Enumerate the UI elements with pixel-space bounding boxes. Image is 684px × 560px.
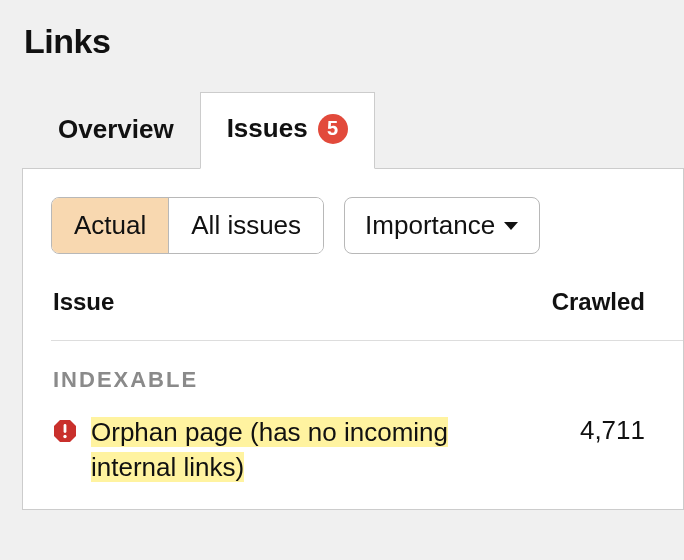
issues-count-badge: 5 (318, 114, 348, 144)
sort-label: Importance (365, 210, 495, 241)
filter-actual[interactable]: Actual (52, 198, 168, 253)
tabs: Overview Issues 5 (22, 91, 684, 169)
error-icon (53, 419, 77, 443)
table-header: Issue Crawled (51, 288, 683, 341)
filter-segmented-control: Actual All issues (51, 197, 324, 254)
column-issue: Issue (53, 288, 114, 316)
crawled-value: 4,711 (580, 415, 645, 446)
filter-all-issues[interactable]: All issues (168, 198, 323, 253)
tab-label: Issues (227, 113, 308, 144)
tab-overview[interactable]: Overview (32, 94, 200, 169)
issues-panel: Actual All issues Importance Issue Crawl… (22, 169, 684, 510)
page-title: Links (22, 22, 684, 61)
tab-label: Overview (58, 114, 174, 145)
svg-rect-1 (64, 424, 67, 433)
tab-issues[interactable]: Issues 5 (200, 92, 375, 169)
table-row[interactable]: Orphan page (has no incoming internal li… (51, 415, 683, 509)
sort-dropdown[interactable]: Importance (344, 197, 540, 254)
filter-controls: Actual All issues Importance (51, 197, 683, 254)
column-crawled: Crawled (552, 288, 645, 316)
group-indexable-label: INDEXABLE (51, 341, 683, 415)
issue-name: Orphan page (has no incoming internal li… (91, 415, 451, 485)
chevron-down-icon (503, 220, 519, 232)
svg-point-2 (63, 435, 66, 438)
